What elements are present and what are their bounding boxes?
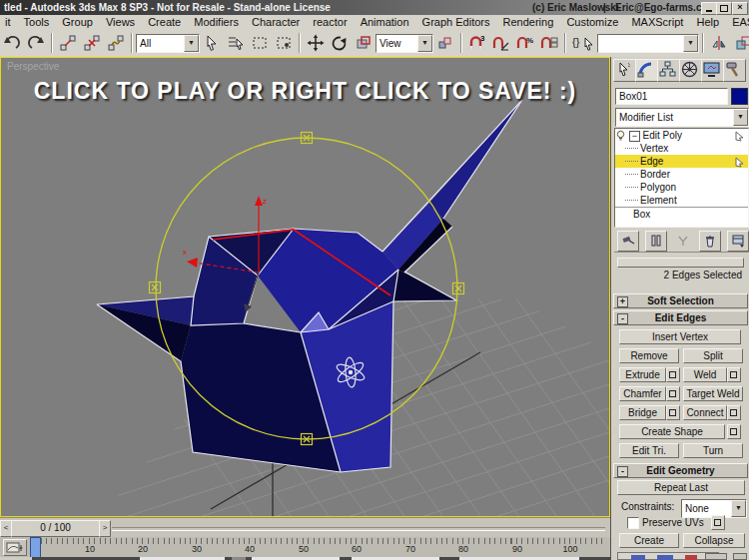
collapse-button[interactable]: Collapse xyxy=(683,533,745,548)
menu-item-modifiers[interactable]: Modifiers xyxy=(189,15,244,29)
stack-row-element[interactable]: Element xyxy=(615,194,748,207)
menu-item-animation[interactable]: Animation xyxy=(356,15,414,29)
viewport-label[interactable]: Perspective xyxy=(7,61,59,72)
select-and-move-button[interactable] xyxy=(304,31,328,55)
collapse-icon[interactable]: - xyxy=(617,313,628,324)
menu-item-edit[interactable]: it xyxy=(0,15,16,29)
menu-item-views[interactable]: Views xyxy=(101,15,140,29)
tab-utilities[interactable] xyxy=(723,59,746,82)
menu-item-customize[interactable]: Customize xyxy=(561,15,623,29)
tab-hierarchy[interactable] xyxy=(657,59,680,82)
preserve-uvs-settings-button[interactable] xyxy=(711,515,725,530)
mirror-button[interactable] xyxy=(707,31,731,55)
stack-row-edit-poly[interactable]: − Edit Poly xyxy=(615,129,748,142)
mini-curve-editor-button[interactable] xyxy=(3,539,27,556)
bind-to-space-warp-button[interactable] xyxy=(104,31,128,55)
menu-item-graph-editors[interactable]: Graph Editors xyxy=(417,15,495,29)
snap-toggle-3d-button[interactable]: 3 xyxy=(465,31,489,55)
perspective-viewport[interactable]: z x Perspective CLICK T xyxy=(0,57,610,517)
weld-settings-button[interactable] xyxy=(727,367,741,382)
bridge-settings-button[interactable] xyxy=(666,405,680,420)
remove-modifier-button[interactable] xyxy=(699,231,721,252)
extrude-button[interactable]: Extrude xyxy=(619,367,666,382)
named-selection-sets-combo[interactable]: ▼ xyxy=(597,34,699,53)
window-crossing-button[interactable] xyxy=(272,31,296,55)
split-button[interactable]: Split xyxy=(683,348,743,363)
rollout-soft-selection[interactable]: +Soft Selection xyxy=(613,293,748,308)
turn-button[interactable]: Turn xyxy=(683,443,743,458)
menu-item-character[interactable]: Character xyxy=(247,15,305,29)
chevron-down-icon[interactable]: ▼ xyxy=(184,35,199,52)
viewport-3d-scene[interactable]: z x xyxy=(1,58,609,516)
connect-settings-button[interactable] xyxy=(727,405,741,420)
edit-named-selection-sets-button[interactable]: {} xyxy=(569,31,597,55)
create-shape-button[interactable]: Create Shape xyxy=(619,424,725,439)
tab-display[interactable] xyxy=(701,59,724,82)
select-by-name-button[interactable] xyxy=(224,31,248,55)
undo-button[interactable] xyxy=(0,31,24,55)
use-pivot-point-center-button[interactable] xyxy=(433,31,457,55)
extrude-settings-button[interactable] xyxy=(666,367,680,382)
unlink-selection-button[interactable] xyxy=(80,31,104,55)
redo-button[interactable] xyxy=(24,31,48,55)
configure-modifier-sets-button[interactable] xyxy=(727,231,749,252)
close-button[interactable]: × xyxy=(732,2,748,15)
percent-snap-button[interactable]: % xyxy=(513,31,537,55)
tab-modify[interactable] xyxy=(635,59,658,82)
bridge-button[interactable]: Bridge xyxy=(619,405,666,420)
preserve-uvs-checkbox[interactable] xyxy=(627,517,639,529)
rollout-edit-edges[interactable]: -Edit Edges xyxy=(613,310,748,325)
select-object-button[interactable] xyxy=(200,31,224,55)
minimize-button[interactable] xyxy=(701,2,717,15)
time-slider[interactable]: 0 / 100 xyxy=(11,520,100,537)
create-shape-settings-button[interactable] xyxy=(727,424,741,439)
tab-create[interactable] xyxy=(613,59,636,82)
time-slider-track[interactable] xyxy=(112,527,605,531)
insert-vertex-button[interactable]: Insert Vertex xyxy=(619,329,741,344)
chamfer-settings-button[interactable] xyxy=(666,386,680,401)
stack-row-border[interactable]: Border xyxy=(615,168,748,181)
menu-item-tools[interactable]: Tools xyxy=(19,15,55,29)
frame-ruler[interactable]: 0 10 20 30 40 50 60 70 80 90 100 xyxy=(28,537,605,557)
create-button[interactable]: Create xyxy=(619,533,679,548)
menu-item-reactor[interactable]: reactor xyxy=(308,15,352,29)
tab-motion[interactable] xyxy=(679,59,702,82)
menu-item-help[interactable]: Help xyxy=(691,15,724,29)
light-bulb-icon[interactable] xyxy=(615,130,626,141)
selection-filter-combo[interactable]: All▼ xyxy=(136,34,200,53)
collapse-icon[interactable]: - xyxy=(617,466,628,477)
align-button[interactable] xyxy=(731,31,749,55)
object-name-field[interactable]: Box01 xyxy=(615,88,728,105)
menu-item-easynat[interactable]: EASYnat xyxy=(727,15,749,29)
chevron-down-icon[interactable]: ▼ xyxy=(417,35,432,52)
modifier-list-combo[interactable]: Modifier List▼ xyxy=(615,108,749,127)
menu-item-create[interactable]: Create xyxy=(143,15,186,29)
chevron-down-icon[interactable]: ▼ xyxy=(733,109,748,126)
stack-row-edge[interactable]: Edge xyxy=(615,155,748,168)
target-weld-button[interactable]: Target Weld xyxy=(683,386,743,401)
spinner-snap-button[interactable] xyxy=(537,31,561,55)
stack-row-vertex[interactable]: Vertex xyxy=(615,142,748,155)
get-stack-selection-button-partial[interactable] xyxy=(617,258,744,268)
remove-button[interactable]: Remove xyxy=(619,348,679,363)
current-frame-marker[interactable] xyxy=(30,537,41,558)
angle-snap-button[interactable] xyxy=(489,31,513,55)
chamfer-button[interactable]: Chamfer xyxy=(619,386,666,401)
make-unique-button[interactable] xyxy=(673,232,693,251)
chevron-down-icon[interactable]: ▼ xyxy=(683,35,698,52)
stack-row-polygon[interactable]: Polygon xyxy=(615,181,748,194)
chevron-down-icon[interactable]: ▼ xyxy=(731,500,746,517)
show-end-result-button[interactable] xyxy=(645,231,667,252)
pin-stack-button[interactable] xyxy=(617,231,639,252)
select-and-scale-button[interactable] xyxy=(352,31,375,55)
collapse-stack-icon[interactable]: − xyxy=(629,131,640,142)
expand-icon[interactable]: + xyxy=(617,296,628,307)
rectangular-selection-region-button[interactable] xyxy=(248,31,272,55)
select-and-rotate-button[interactable] xyxy=(328,31,352,55)
menu-item-group[interactable]: Group xyxy=(57,15,98,29)
stack-row-box[interactable]: Box xyxy=(615,207,748,221)
menu-item-rendering[interactable]: Rendering xyxy=(498,15,559,29)
reference-coordinate-combo[interactable]: View▼ xyxy=(375,34,433,53)
rollout-edit-geometry[interactable]: -Edit Geometry xyxy=(613,463,748,478)
object-color-swatch[interactable] xyxy=(731,88,748,105)
